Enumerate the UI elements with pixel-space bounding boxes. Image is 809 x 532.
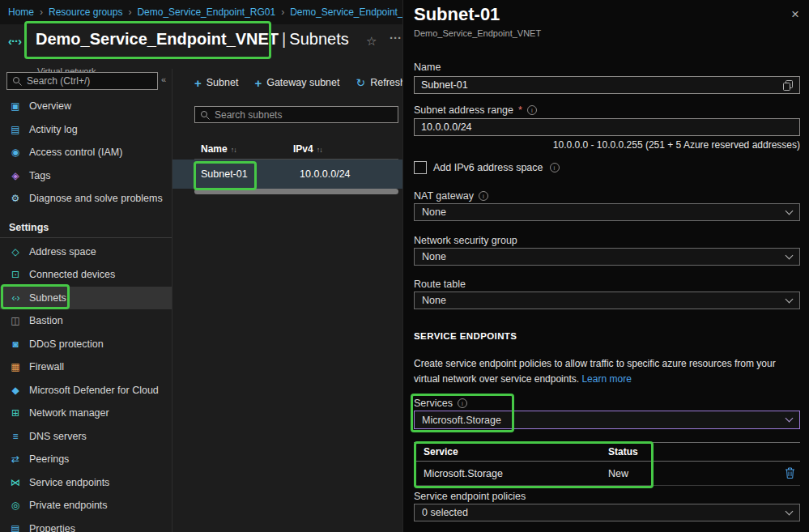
sidebar-item-peerings[interactable]: Peerings	[0, 448, 172, 471]
left-region: Home Resource groups Demo_Service_Endpoi…	[0, 0, 402, 532]
sidebar-item-activity-log[interactable]: Activity log	[0, 118, 172, 142]
refresh-button[interactable]: Refresh	[356, 76, 403, 89]
sidebar-item-private-endpoints[interactable]: Private endpoints	[0, 494, 172, 517]
label-text: Service endpoint policies	[414, 491, 526, 502]
breadcrumb-resource-group[interactable]: Demo_Service_Endpoint_RG01	[137, 6, 275, 18]
sidebar-item-label: Bastion	[29, 315, 63, 326]
chevron-down-icon	[786, 415, 794, 423]
horizontal-scrollbar[interactable]	[194, 189, 398, 194]
column-header-ipv4[interactable]: IPv4	[293, 143, 322, 159]
label-text: Name	[414, 62, 441, 73]
breadcrumb-separator-icon	[128, 6, 131, 18]
ddos-protection-icon	[9, 338, 22, 350]
subnet-name-cell: Subnet-01	[172, 168, 300, 180]
firewall-icon	[9, 361, 22, 372]
sidebar-item-service-endpoints[interactable]: Service endpoints	[0, 471, 172, 495]
sidebar-item-firewall[interactable]: Firewall	[0, 355, 172, 379]
service-endpoints-icon	[9, 477, 22, 488]
sidebar-item-connected-devices[interactable]: Connected devices	[0, 263, 172, 287]
label-text: Route table	[414, 279, 466, 290]
service-table-row: Microsoft.Storage New	[414, 462, 800, 486]
breadcrumb-separator-icon	[40, 6, 43, 18]
info-icon[interactable]	[527, 105, 537, 115]
address-range-hint: 10.0.0.0 - 10.0.0.255 (251 + 5 Azure res…	[414, 139, 800, 151]
sidebar-item-address-space[interactable]: Address space	[0, 240, 172, 264]
favorite-star-icon[interactable]: ☆	[366, 34, 377, 49]
sidebar-item-ddos[interactable]: DDoS protection	[0, 333, 172, 356]
sidebar-item-tags[interactable]: Tags	[0, 164, 172, 188]
sidebar-item-network-manager[interactable]: Network manager	[0, 402, 172, 425]
sidebar-nav: Overview Activity log Access control (IA…	[0, 95, 172, 532]
connected-devices-icon	[9, 269, 22, 280]
delete-service-button[interactable]	[785, 467, 795, 482]
column-header-name[interactable]: Name	[194, 143, 293, 159]
sidebar-item-label: Tags	[29, 170, 50, 181]
breadcrumb-home[interactable]: Home	[8, 6, 34, 18]
address-range-value: 10.0.0.0/24	[421, 121, 472, 133]
service-cell: Microsoft.Storage	[414, 468, 608, 479]
ipv6-checkbox[interactable]	[414, 161, 427, 174]
dns-servers-icon	[9, 431, 22, 442]
panel-title: Subnet-01	[414, 4, 500, 25]
service-endpoints-description: Create service endpoint policies to allo…	[414, 356, 800, 386]
close-icon[interactable]	[791, 6, 799, 23]
policies-value: 0 selected	[422, 507, 468, 518]
network-manager-icon	[9, 407, 22, 419]
sort-icon[interactable]	[317, 143, 322, 155]
info-icon[interactable]	[550, 163, 560, 172]
subnet-toolbar: Subnet Gateway subnet Refresh	[172, 69, 402, 96]
learn-more-link[interactable]: Learn more	[581, 373, 631, 385]
add-gateway-subnet-button[interactable]: Gateway subnet	[254, 76, 339, 90]
search-icon	[12, 76, 22, 86]
sidebar-item-label: Diagnose and solve problems	[29, 193, 163, 204]
label-text: Subnet address range	[414, 104, 513, 116]
sidebar-item-label: DNS servers	[29, 431, 87, 442]
sidebar-item-bastion[interactable]: Bastion	[0, 309, 172, 333]
sidebar-item-label: Private endpoints	[29, 500, 108, 511]
label-text: Network security group	[414, 235, 517, 246]
collapse-menu-icon[interactable]	[161, 74, 166, 84]
nat-gateway-select[interactable]: None	[414, 203, 800, 221]
name-field[interactable]: Subnet-01	[414, 76, 800, 94]
subnet-table-row[interactable]: Subnet-01 10.0.0.0/24	[172, 160, 402, 189]
sidebar-item-dns-servers[interactable]: DNS servers	[0, 425, 172, 449]
column-label: Name	[201, 143, 228, 155]
name-value: Subnet-01	[421, 79, 468, 91]
route-table-select[interactable]: None	[414, 292, 800, 309]
info-icon[interactable]	[479, 191, 488, 201]
sidebar-item-defender[interactable]: Microsoft Defender for Cloud	[0, 379, 172, 402]
copy-icon[interactable]	[783, 80, 793, 91]
sidebar-item-access-control[interactable]: Access control (IAM)	[0, 141, 172, 164]
route-table-value: None	[422, 295, 446, 306]
sort-icon[interactable]	[231, 143, 236, 155]
policies-select[interactable]: 0 selected	[414, 504, 800, 521]
address-range-label: Subnet address range *	[414, 104, 537, 116]
service-endpoints-heading: SERVICE ENDPOINTS	[414, 331, 517, 341]
add-subnet-button[interactable]: Subnet	[194, 76, 238, 90]
sidebar-item-properties[interactable]: Properties	[0, 517, 172, 532]
sidebar-item-label: Service endpoints	[29, 477, 109, 488]
sidebar-item-diagnose[interactable]: Diagnose and solve problems	[0, 187, 172, 211]
nsg-select[interactable]: None	[414, 248, 800, 266]
breadcrumb-separator-icon	[281, 6, 284, 18]
breadcrumb-vnet[interactable]: Demo_Service_Endpoint_	[290, 6, 402, 18]
sidebar-item-subnets[interactable]: Subnets	[0, 287, 172, 310]
label-text: Services	[414, 398, 453, 409]
sidebar-search-input[interactable]: Search (Ctrl+/)	[6, 72, 158, 90]
name-label: Name	[414, 62, 441, 73]
address-range-field[interactable]: 10.0.0.0/24	[414, 118, 800, 136]
info-icon[interactable]	[458, 398, 467, 408]
sidebar-item-overview[interactable]: Overview	[0, 95, 172, 118]
more-options-icon[interactable]: ···	[390, 31, 402, 45]
chevron-down-icon	[786, 507, 794, 515]
page-title-resource: Demo_Service_Endpoint_VNET	[36, 30, 279, 48]
sidebar-item-label: Overview	[29, 100, 71, 112]
overview-icon	[9, 100, 22, 112]
tags-icon	[9, 170, 22, 181]
breadcrumb-resource-groups[interactable]: Resource groups	[49, 6, 122, 18]
services-select[interactable]: Microsoft.Storage	[414, 411, 800, 429]
subnet-search-input[interactable]: Search subnets	[194, 106, 398, 123]
page-title-section: Subnets	[289, 30, 348, 48]
subnet-table-header: Name IPv4	[194, 143, 398, 160]
chevron-down-icon	[786, 251, 794, 259]
